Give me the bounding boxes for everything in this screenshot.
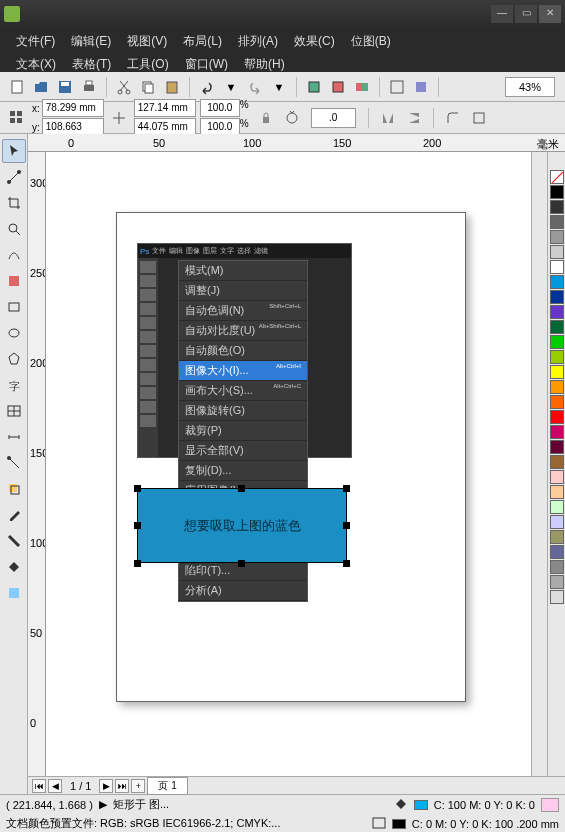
menu-table[interactable]: 表格(T) (64, 53, 119, 76)
menu-help[interactable]: 帮助(H) (236, 53, 293, 76)
wrap-button[interactable] (468, 107, 490, 129)
paste-button[interactable] (161, 76, 183, 98)
selection-handle[interactable] (134, 560, 141, 567)
selection-handle[interactable] (134, 485, 141, 492)
scale-x-field[interactable]: 100.0 (200, 99, 240, 117)
save-button[interactable] (54, 76, 76, 98)
interactive-fill-tool[interactable] (2, 581, 26, 605)
outline-color-swatch[interactable] (392, 819, 406, 829)
user-icon[interactable] (541, 798, 559, 812)
color-swatch[interactable] (550, 395, 564, 409)
eyedropper-tool[interactable] (2, 503, 26, 527)
open-button[interactable] (30, 76, 52, 98)
zoom-tool[interactable] (2, 217, 26, 241)
rotation-field[interactable]: .0 (311, 108, 356, 128)
maximize-button[interactable]: ▭ (515, 5, 537, 23)
connector-tool[interactable] (2, 451, 26, 475)
page-next-button[interactable]: ▶ (99, 779, 113, 793)
menu-window[interactable]: 窗口(W) (177, 53, 236, 76)
text-tool[interactable]: 字 (2, 373, 26, 397)
selection-handle[interactable] (238, 560, 245, 567)
color-swatch[interactable] (550, 200, 564, 214)
export-button[interactable] (327, 76, 349, 98)
dimension-tool[interactable] (2, 425, 26, 449)
menu-text[interactable]: 文本(X) (8, 53, 64, 76)
effects-tool[interactable] (2, 477, 26, 501)
width-field[interactable]: 127.14 mm (134, 99, 196, 117)
color-swatch[interactable] (550, 410, 564, 424)
redo-dropdown[interactable]: ▼ (268, 76, 290, 98)
import-button[interactable] (303, 76, 325, 98)
color-swatch[interactable] (550, 365, 564, 379)
color-swatch[interactable] (550, 485, 564, 499)
color-swatch[interactable] (550, 230, 564, 244)
page-tab[interactable]: 页 1 (147, 777, 187, 795)
smart-fill-tool[interactable] (2, 269, 26, 293)
redo-button[interactable] (244, 76, 266, 98)
cut-button[interactable] (113, 76, 135, 98)
corner-button[interactable] (442, 107, 464, 129)
ellipse-tool[interactable] (2, 321, 26, 345)
scrollbar-vertical[interactable] (531, 152, 547, 776)
publish-button[interactable] (351, 76, 373, 98)
color-swatch[interactable] (550, 575, 564, 589)
menu-arrange[interactable]: 排列(A) (230, 30, 286, 53)
crop-tool[interactable] (2, 191, 26, 215)
color-swatch[interactable] (550, 305, 564, 319)
color-swatch[interactable] (550, 545, 564, 559)
blue-rectangle[interactable]: 想要吸取上图的蓝色 (137, 488, 347, 563)
color-swatch[interactable] (550, 275, 564, 289)
undo-button[interactable] (196, 76, 218, 98)
selection-handle[interactable] (343, 485, 350, 492)
close-button[interactable]: ✕ (539, 5, 561, 23)
embedded-image[interactable]: Ps 文件 编辑 图像 图层 文字 选择 滤镜 (137, 243, 352, 458)
freehand-tool[interactable] (2, 243, 26, 267)
new-button[interactable] (6, 76, 28, 98)
x-position-field[interactable]: 78.299 mm (42, 99, 104, 117)
mirror-h-button[interactable] (377, 107, 399, 129)
zoom-level[interactable]: 43% (505, 77, 555, 97)
polygon-tool[interactable] (2, 347, 26, 371)
snap-button[interactable] (386, 76, 408, 98)
color-swatch[interactable] (550, 455, 564, 469)
minimize-button[interactable]: — (491, 5, 513, 23)
color-swatch[interactable] (550, 560, 564, 574)
mirror-v-button[interactable] (403, 107, 425, 129)
menu-tools[interactable]: 工具(O) (119, 53, 176, 76)
color-swatch[interactable] (550, 335, 564, 349)
undo-dropdown[interactable]: ▼ (220, 76, 242, 98)
menu-layout[interactable]: 布局(L) (175, 30, 230, 53)
color-swatch[interactable] (550, 500, 564, 514)
fill-tool[interactable] (2, 555, 26, 579)
menu-effects[interactable]: 效果(C) (286, 30, 343, 53)
table-tool[interactable] (2, 399, 26, 423)
color-swatch[interactable] (550, 290, 564, 304)
menu-view[interactable]: 视图(V) (119, 30, 175, 53)
shape-tool[interactable] (2, 165, 26, 189)
pick-tool[interactable] (2, 139, 26, 163)
color-swatch[interactable] (550, 350, 564, 364)
outline-tool[interactable] (2, 529, 26, 553)
lock-ratio-button[interactable] (255, 107, 277, 129)
page-prev-button[interactable]: ◀ (48, 779, 62, 793)
color-swatch[interactable] (550, 425, 564, 439)
selection-handle[interactable] (134, 522, 141, 529)
menu-file[interactable]: 文件(F) (8, 30, 63, 53)
color-swatch[interactable] (550, 590, 564, 604)
color-swatch[interactable] (550, 215, 564, 229)
color-swatch[interactable] (550, 185, 564, 199)
selection-handle[interactable] (238, 485, 245, 492)
page-first-button[interactable]: ⏮ (32, 779, 46, 793)
page-last-button[interactable]: ⏭ (115, 779, 129, 793)
print-button[interactable] (78, 76, 100, 98)
color-swatch[interactable] (550, 380, 564, 394)
color-swatch[interactable] (550, 320, 564, 334)
copy-button[interactable] (137, 76, 159, 98)
rectangle-tool[interactable] (2, 295, 26, 319)
selection-handle[interactable] (343, 560, 350, 567)
canvas[interactable]: Ps 文件 编辑 图像 图层 文字 选择 滤镜 (46, 152, 531, 776)
color-swatch[interactable] (550, 515, 564, 529)
color-swatch[interactable] (550, 245, 564, 259)
color-swatch[interactable] (550, 470, 564, 484)
color-swatch[interactable] (550, 170, 564, 184)
